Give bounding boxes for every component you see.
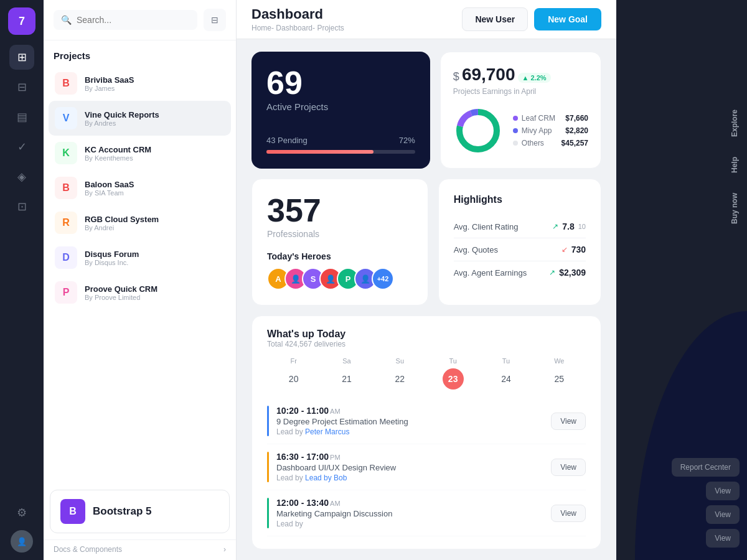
nav-briefcase-icon[interactable]: ⊡ bbox=[9, 194, 34, 219]
highlight-value-wrap: ↗ $2,309 bbox=[549, 268, 586, 278]
event-name: Dashboard UI/UX Design Review bbox=[276, 463, 543, 472]
main-content: Dashboard Home- Dashboard- Projects New … bbox=[237, 0, 616, 560]
calendar-days: Fr 20 Sa 21 Su 22 Tu 23 Tu 24 We 25 bbox=[267, 357, 586, 390]
right-tab[interactable]: Help bbox=[724, 147, 747, 183]
project-icon: B bbox=[55, 72, 77, 95]
calendar-card: What's up Today Total 424,567 deliveries… bbox=[251, 315, 601, 549]
arrow-down-icon: ↙ bbox=[561, 245, 568, 254]
cal-day-name: Fr bbox=[267, 357, 320, 365]
project-name: Vine Quick Reports bbox=[85, 110, 225, 119]
event-view-button[interactable]: View bbox=[551, 459, 586, 476]
right-tab[interactable]: Explore bbox=[724, 100, 747, 147]
highlight-value-wrap: ↗ 7.8 10 bbox=[552, 222, 586, 231]
page-title: Dashboard bbox=[251, 6, 344, 22]
sidebar-item-project[interactable]: P Proove Quick CRM By Proove Limited bbox=[49, 275, 231, 310]
project-icon: K bbox=[55, 142, 77, 164]
event-lead-link[interactable]: Peter Marcus bbox=[305, 427, 349, 436]
search-input[interactable] bbox=[77, 15, 190, 25]
project-icon: D bbox=[55, 246, 77, 269]
nav-check-icon[interactable]: ✓ bbox=[9, 134, 34, 159]
nav-chart-icon[interactable]: ▤ bbox=[9, 105, 34, 129]
project-info: Briviba SaaS By James bbox=[85, 75, 225, 92]
highlight-row: Avg. Agent Earnings ↗ $2,309 bbox=[454, 261, 586, 284]
sidebar-item-project[interactable]: V Vine Quick Reports By Andres bbox=[49, 101, 231, 136]
breadcrumb: Home- Dashboard- Projects bbox=[251, 24, 344, 32]
search-box[interactable]: 🔍 bbox=[54, 10, 197, 30]
cal-day-number: 23 bbox=[443, 368, 464, 390]
nav-user-icon[interactable]: 👤 bbox=[11, 530, 33, 553]
project-name: Proove Quick CRM bbox=[85, 284, 225, 294]
nav-layers-icon[interactable]: ◈ bbox=[9, 164, 34, 189]
calendar-day[interactable]: Sa 21 bbox=[320, 357, 373, 390]
nav-grid-icon[interactable]: ⊟ bbox=[9, 75, 34, 100]
event-border bbox=[267, 406, 269, 436]
legend-dot bbox=[513, 116, 518, 121]
heroes-avatars: A👤S👤P👤+42 bbox=[267, 268, 413, 290]
new-user-button[interactable]: New User bbox=[462, 7, 528, 31]
sidebar-item-project[interactable]: R RGB Cloud System By Andrei bbox=[49, 205, 231, 240]
sidebar-item-project[interactable]: D Disqus Forum By Disqus Inc. bbox=[49, 240, 231, 275]
event-name: Marketing Campaign Discussion bbox=[276, 509, 543, 518]
calendar-day[interactable]: Tu 23 bbox=[426, 357, 479, 390]
professionals-label: Professionals bbox=[267, 229, 413, 239]
view-button-1[interactable]: View bbox=[706, 482, 740, 500]
right-tab[interactable]: Buy now bbox=[724, 183, 747, 234]
report-center-button[interactable]: Report Cecnter bbox=[672, 458, 740, 477]
legend-amount: $2,820 bbox=[565, 126, 588, 135]
sidebar-item-project[interactable]: B Baloon SaaS By SIA Team bbox=[49, 170, 231, 205]
highlight-name: Avg. Client Rating bbox=[454, 222, 519, 231]
event-item: 12:00 - 13:40AM Marketing Campaign Discu… bbox=[267, 490, 586, 536]
event-border bbox=[267, 498, 269, 528]
legend-name: Leaf CRM bbox=[522, 114, 555, 123]
events-list: 10:20 - 11:00AM 9 Degree Project Estimat… bbox=[267, 398, 586, 536]
user-avatar[interactable]: 7 bbox=[8, 7, 35, 35]
event-lead: Lead by Lead by Bob bbox=[276, 474, 543, 482]
professionals-count: 357 bbox=[267, 194, 413, 226]
active-projects-card: 69 Active Projects 43 Pending 72% bbox=[251, 52, 430, 169]
event-ampm: AM bbox=[330, 408, 341, 415]
sidebar-item-project[interactable]: K KC Account CRM By Keenthemes bbox=[49, 136, 231, 170]
calendar-header: What's up Today Total 424,567 deliveries bbox=[267, 329, 586, 348]
calendar-day[interactable]: Fr 20 bbox=[267, 357, 320, 390]
highlights-list: Avg. Client Rating ↗ 7.8 10 Avg. Quotes … bbox=[454, 215, 586, 284]
search-icon: 🔍 bbox=[61, 15, 72, 25]
sidebar-bottom: Docs & Components › bbox=[44, 539, 236, 560]
calendar-day[interactable]: We 25 bbox=[533, 357, 586, 390]
view-button-3[interactable]: View bbox=[706, 529, 740, 548]
earnings-badge: ▲ 2.2% bbox=[518, 73, 551, 83]
earnings-dollar: $ bbox=[453, 70, 459, 83]
projects-title: Projects bbox=[44, 40, 236, 66]
calendar-day[interactable]: Tu 24 bbox=[479, 357, 532, 390]
project-info: Proove Quick CRM By Proove Limited bbox=[85, 284, 225, 301]
cal-day-name: Sa bbox=[320, 357, 373, 365]
legend-name: Mivy App bbox=[522, 126, 552, 135]
nav-dashboard-icon[interactable]: ⊞ bbox=[9, 45, 34, 70]
project-info: Vine Quick Reports By Andres bbox=[85, 110, 225, 127]
nav-settings-icon[interactable]: ⚙ bbox=[9, 500, 34, 525]
sidebar-item-project[interactable]: B Briviba SaaS By James bbox=[49, 66, 231, 101]
view-button-2[interactable]: View bbox=[706, 505, 740, 524]
sidebar-search-area: 🔍 ⊟ bbox=[44, 0, 236, 40]
cal-day-name: Su bbox=[374, 357, 426, 365]
earnings-body: Leaf CRM $7,660 Mivy App $2,820 Others $… bbox=[453, 106, 588, 156]
project-by: By SIA Team bbox=[85, 189, 225, 197]
docs-link[interactable]: Docs & Components bbox=[54, 545, 122, 554]
bootstrap-label: Bootstrap 5 bbox=[93, 505, 151, 518]
event-time: 12:00 - 13:40AM bbox=[276, 498, 543, 508]
event-ampm: AM bbox=[330, 500, 341, 507]
legend-item: Mivy App $2,820 bbox=[513, 126, 588, 135]
highlight-value: 730 bbox=[571, 245, 586, 254]
calendar-day[interactable]: Su 22 bbox=[374, 357, 426, 390]
top-cards-row: 69 Active Projects 43 Pending 72% $ 69,7… bbox=[251, 52, 601, 169]
project-by: By Andres bbox=[85, 119, 225, 127]
new-goal-button[interactable]: New Goal bbox=[534, 8, 601, 30]
filter-button[interactable]: ⊟ bbox=[204, 9, 226, 31]
project-icon: R bbox=[55, 212, 77, 234]
highlight-name: Avg. Quotes bbox=[454, 245, 498, 254]
event-view-button[interactable]: View bbox=[551, 505, 586, 522]
event-lead: Lead by bbox=[276, 520, 543, 528]
event-lead-link[interactable]: Lead by Bob bbox=[305, 474, 347, 482]
event-view-button[interactable]: View bbox=[551, 413, 586, 430]
project-by: By Keenthemes bbox=[85, 154, 225, 162]
active-projects-label: Active Projects bbox=[266, 101, 415, 112]
